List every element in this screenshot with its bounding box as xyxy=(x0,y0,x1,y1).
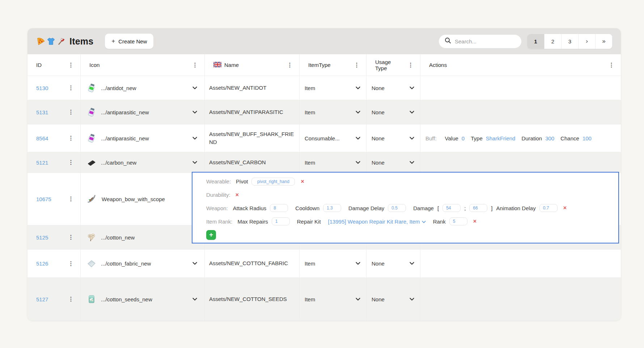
repair-kit-link[interactable]: [13995] Weapon Repair Kit Rare, Item xyxy=(328,218,426,225)
item-id-link[interactable]: 5126 xyxy=(36,260,48,267)
item-name: Assets/NEW_BUFF_SHARK_FRIEND xyxy=(209,130,295,147)
item-id-link[interactable]: 5127 xyxy=(36,296,48,302)
page-button-3[interactable]: 3 xyxy=(561,34,578,49)
title-icons xyxy=(36,37,66,46)
item-name: Assets/NEW_ANTIDOT xyxy=(209,84,266,92)
damage-delay-input[interactable]: 0.5 xyxy=(388,204,406,212)
chevron-down-icon[interactable] xyxy=(356,161,360,164)
chevron-down-icon[interactable] xyxy=(410,298,414,301)
bow-icon xyxy=(86,194,97,204)
chevron-down-icon[interactable] xyxy=(410,262,414,265)
chevron-down-icon[interactable] xyxy=(192,298,197,301)
cooldown-input[interactable]: 1.3 xyxy=(323,204,341,212)
icon-path: Weapon_bow_with_scope xyxy=(102,196,165,202)
buff-value: 0 xyxy=(462,135,465,141)
usage-type-value: None xyxy=(372,109,385,115)
chevron-down-icon[interactable] xyxy=(192,111,197,114)
buff-duration: 300 xyxy=(545,135,554,141)
pivot-input[interactable]: pivot_right_hand xyxy=(251,178,295,186)
row-menu-icon[interactable]: ⋮ xyxy=(67,135,75,142)
chevron-down-icon[interactable] xyxy=(356,137,360,140)
buff-chance: 100 xyxy=(582,135,592,141)
search-input[interactable] xyxy=(455,38,509,44)
damage-min-input[interactable]: 54 xyxy=(442,204,461,212)
table-row: 5131⋮ .../antiparasitic_new Assets/NEW_A… xyxy=(27,100,621,124)
add-property-button[interactable]: + xyxy=(206,230,216,240)
cotton-icon xyxy=(86,232,97,242)
next-page-button[interactable]: › xyxy=(578,34,595,49)
page-button-1[interactable]: 1 xyxy=(527,34,544,49)
durability-label: Durability: xyxy=(206,192,230,198)
fabric-icon xyxy=(86,259,97,269)
buff-summary[interactable]: Buff: Value 0 Type SharkFriend Duration … xyxy=(425,135,592,141)
animation-delay-input[interactable]: 0.7 xyxy=(539,204,558,212)
row-menu-icon[interactable]: ⋮ xyxy=(67,159,75,166)
page-title: Items xyxy=(69,36,93,47)
table-row: 5127⋮ .../cotton_seeds_new Assets/NEW_CO… xyxy=(27,278,621,321)
rank-input[interactable]: 5 xyxy=(449,217,467,225)
remove-item-rank-button[interactable]: × xyxy=(473,218,476,224)
row-menu-icon[interactable]: ⋮ xyxy=(67,109,75,116)
item-rank-row: Item Rank: Max Repairs 1 Repair Kit [139… xyxy=(206,217,611,226)
usage-type-value: None xyxy=(372,135,385,141)
create-new-label: Create New xyxy=(118,38,147,44)
item-name: Assets/NEW_COTTON_SEEDS xyxy=(209,295,287,304)
remove-weapon-button[interactable]: × xyxy=(563,205,567,211)
item-id-link[interactable]: 5121 xyxy=(36,160,48,166)
column-menu-icon[interactable]: ⋮ xyxy=(285,61,294,69)
search-icon xyxy=(445,37,451,45)
chevron-down-icon[interactable] xyxy=(356,262,360,265)
row-menu-icon[interactable]: ⋮ xyxy=(67,260,75,267)
table-row: 5130⋮ .../antidot_new Assets/NEW_ANTIDOT… xyxy=(27,76,621,100)
chevron-down-icon[interactable] xyxy=(410,111,414,114)
item-editor-popup: Wearable: Pivot pivot_right_hand × Durab… xyxy=(192,172,619,243)
column-menu-icon[interactable]: ⋮ xyxy=(406,61,415,69)
damage-max-input[interactable]: 66 xyxy=(469,204,487,212)
wearable-row: Wearable: Pivot pivot_right_hand × xyxy=(206,177,611,186)
max-repairs-input[interactable]: 1 xyxy=(272,217,290,225)
chevron-down-icon[interactable] xyxy=(356,86,360,90)
chevron-down-icon[interactable] xyxy=(192,86,197,90)
item-type-value: Item xyxy=(305,85,315,91)
column-header-icon: Icon ⋮ xyxy=(81,54,205,76)
durability-row: Durability: × xyxy=(206,191,611,199)
column-header-name: Name ⋮ xyxy=(205,54,300,76)
column-menu-icon[interactable]: ⋮ xyxy=(67,61,75,69)
chevron-down-icon[interactable] xyxy=(410,137,414,140)
item-id-link[interactable]: 5130 xyxy=(36,85,48,91)
row-menu-icon[interactable]: ⋮ xyxy=(67,234,75,241)
chevron-down-icon[interactable] xyxy=(356,298,360,301)
item-id-link[interactable]: 5125 xyxy=(36,234,48,241)
remove-wearable-button[interactable]: × xyxy=(301,179,304,184)
row-menu-icon[interactable]: ⋮ xyxy=(67,296,75,303)
actions-cell xyxy=(420,76,621,100)
chevron-down-icon[interactable] xyxy=(410,161,414,164)
column-menu-icon[interactable]: ⋮ xyxy=(191,61,199,69)
item-id-link[interactable]: 10675 xyxy=(36,196,51,202)
item-type-value: Item xyxy=(305,109,315,115)
item-id-link[interactable]: 8564 xyxy=(36,135,48,141)
item-rank-label: Item Rank: xyxy=(206,218,233,225)
item-name: Assets/NEW_ANTIPARASITIC xyxy=(209,108,283,116)
chevron-down-icon[interactable] xyxy=(410,86,414,90)
page-button-2[interactable]: 2 xyxy=(544,34,561,49)
attack-radius-input[interactable]: 8 xyxy=(270,204,288,212)
pizza-icon xyxy=(36,37,46,46)
wearable-label: Wearable: xyxy=(206,178,231,184)
row-menu-icon[interactable]: ⋮ xyxy=(67,195,75,203)
chevron-down-icon[interactable] xyxy=(192,137,197,140)
last-page-button[interactable]: » xyxy=(595,34,612,49)
item-id-link[interactable]: 5131 xyxy=(36,109,48,115)
remove-durability-button[interactable]: × xyxy=(236,192,239,198)
chevron-down-icon[interactable] xyxy=(356,111,360,114)
icon-path: .../cotton_seeds_new xyxy=(101,296,152,302)
column-menu-icon[interactable]: ⋮ xyxy=(352,61,361,69)
column-menu-icon[interactable]: ⋮ xyxy=(607,61,616,69)
create-new-button[interactable]: + Create New xyxy=(105,34,153,49)
search-box[interactable] xyxy=(439,35,521,48)
chevron-down-icon[interactable] xyxy=(192,262,197,265)
column-header-id: ID ⋮ xyxy=(27,54,81,76)
chevron-down-icon[interactable] xyxy=(192,161,197,164)
item-name: Assets/NEW_COTTON_FABRIC xyxy=(209,259,288,268)
row-menu-icon[interactable]: ⋮ xyxy=(67,84,75,92)
